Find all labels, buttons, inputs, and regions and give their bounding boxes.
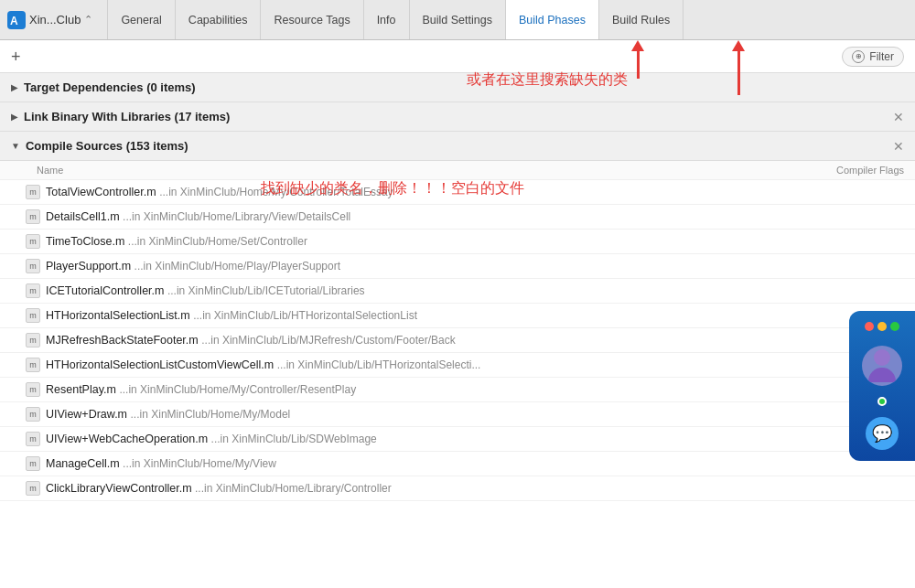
tab-build-phases[interactable]: Build Phases [506, 0, 599, 40]
table-header: Name Compiler Flags [0, 161, 915, 180]
file-name: HTHorizontalSelectionListCustomViewCell.… [46, 358, 904, 371]
tab-info[interactable]: Info [364, 0, 410, 40]
file-name: UIView+WebCacheOperation.m ...in XinMinC… [46, 433, 904, 445]
file-name: MJRefreshBackStateFooter.m ...in XinMinC… [46, 334, 904, 347]
file-name: UIView+Draw.m ...in XinMinClub/Home/My/M… [46, 408, 904, 421]
table-row[interactable]: m ResentPlay.m ...in XinMinClub/Home/My/… [0, 378, 915, 402]
toolbar-row: + ⊕ Filter [0, 40, 915, 73]
file-name: TotalViewController.m ...in XinMinClub/H… [46, 186, 904, 198]
tab-build-rules[interactable]: Build Rules [599, 0, 684, 40]
table-row[interactable]: m ManageCell.m ...in XinMinClub/Home/My/… [0, 452, 915, 476]
main-content: ▶ Target Dependencies (0 items) ▶ Link B… [0, 73, 915, 588]
file-name: ICETutorialController.m ...in XinMinClub… [46, 284, 904, 297]
file-icon: m [26, 407, 40, 422]
section-title-target: Target Dependencies (0 items) [24, 80, 196, 94]
online-status-dot [877, 397, 887, 406]
table-row[interactable]: m MJRefreshBackStateFooter.m ...in XinMi… [0, 328, 915, 353]
file-name: ManageCell.m ...in XinMinClub/Home/My/Vi… [46, 457, 904, 470]
file-icon: m [26, 481, 40, 496]
tab-build-settings[interactable]: Build Settings [410, 0, 506, 40]
close-compile-sources-button[interactable]: ✕ [893, 139, 904, 154]
col-name-header: Name [37, 165, 739, 176]
table-row[interactable]: m HTHorizontalSelectionList.m ...in XinM… [0, 304, 915, 328]
close-link-binary-button[interactable]: ✕ [893, 110, 904, 124]
filter-button[interactable]: ⊕ Filter [842, 47, 904, 67]
toggle-arrow-link: ▶ [11, 112, 18, 122]
dot-yellow[interactable] [877, 322, 887, 331]
section-link-binary[interactable]: ▶ Link Binary With Libraries (17 items) … [0, 102, 915, 132]
file-icon: m [26, 209, 40, 224]
add-button[interactable]: + [11, 48, 21, 65]
tab-capabilities[interactable]: Capabilities [176, 0, 262, 40]
xcode-icon: A [7, 11, 26, 29]
dot-red[interactable] [865, 322, 874, 331]
table-row[interactable]: m TimeToClose.m ...in XinMinClub/Home/Se… [0, 230, 915, 254]
col-flags-header: Compiler Flags [739, 165, 904, 176]
table-row[interactable]: m DetailsCell1.m ...in XinMinClub/Home/L… [0, 205, 915, 230]
file-name: HTHorizontalSelectionList.m ...in XinMin… [46, 309, 904, 322]
file-icon: m [26, 259, 40, 273]
toggle-arrow-compile: ▼ [11, 141, 20, 151]
chevron-icon: ⌃ [84, 14, 92, 26]
file-name: TimeToClose.m ...in XinMinClub/Home/Set/… [46, 235, 904, 248]
table-row[interactable]: m PlayerSupport.m ...in XinMinClub/Home/… [0, 254, 915, 279]
section-title-link: Link Binary With Libraries (17 items) [24, 110, 230, 123]
tab-bar: A Xin...Club ⌃ General Capabilities Reso… [0, 0, 915, 40]
table-row[interactable]: m UIView+WebCacheOperation.m ...in XinMi… [0, 427, 915, 452]
file-icon: m [26, 456, 40, 471]
file-icon: m [26, 308, 40, 323]
project-selector[interactable]: A Xin...Club ⌃ [7, 11, 92, 29]
chat-button[interactable]: 💬 [866, 417, 899, 450]
avatar[interactable] [862, 346, 902, 386]
filter-icon: ⊕ [852, 50, 865, 63]
file-name: ResentPlay.m ...in XinMinClub/Home/My/Co… [46, 383, 904, 396]
section-title-compile: Compile Sources (153 items) [26, 139, 188, 153]
dot-green[interactable] [890, 322, 899, 331]
file-name: ClickLibraryViewController.m ...in XinMi… [46, 482, 904, 495]
section-compile-sources[interactable]: ▼ Compile Sources (153 items) ✕ [0, 132, 915, 161]
file-icon: m [26, 358, 40, 372]
file-icon: m [26, 234, 40, 249]
file-icon: m [26, 382, 40, 397]
window-traffic-lights [865, 322, 899, 331]
filter-label: Filter [869, 50, 894, 63]
file-icon: m [26, 333, 40, 347]
right-panel: 💬 [849, 311, 915, 461]
file-icon: m [26, 185, 40, 199]
project-name[interactable]: Xin...Club [29, 13, 81, 27]
file-name: PlayerSupport.m ...in XinMinClub/Home/Pl… [46, 260, 904, 273]
file-icon: m [26, 432, 40, 446]
tab-resource-tags[interactable]: Resource Tags [261, 0, 363, 40]
tab-items: General Capabilities Resource Tags Info … [107, 0, 684, 39]
file-icon: m [26, 283, 40, 298]
toggle-arrow-target: ▶ [11, 82, 18, 92]
table-row[interactable]: m UIView+Draw.m ...in XinMinClub/Home/My… [0, 402, 915, 427]
file-name: DetailsCell1.m ...in XinMinClub/Home/Lib… [46, 210, 904, 223]
table-row[interactable]: m HTHorizontalSelectionListCustomViewCel… [0, 353, 915, 378]
svg-text:A: A [10, 15, 18, 27]
tab-general[interactable]: General [107, 0, 175, 40]
table-row[interactable]: m ClickLibraryViewController.m ...in Xin… [0, 476, 915, 501]
chat-icon: 💬 [872, 423, 892, 444]
table-row[interactable]: m ICETutorialController.m ...in XinMinCl… [0, 279, 915, 304]
table-row[interactable]: m TotalViewController.m ...in XinMinClub… [0, 180, 915, 205]
section-target-dependencies[interactable]: ▶ Target Dependencies (0 items) [0, 73, 915, 102]
